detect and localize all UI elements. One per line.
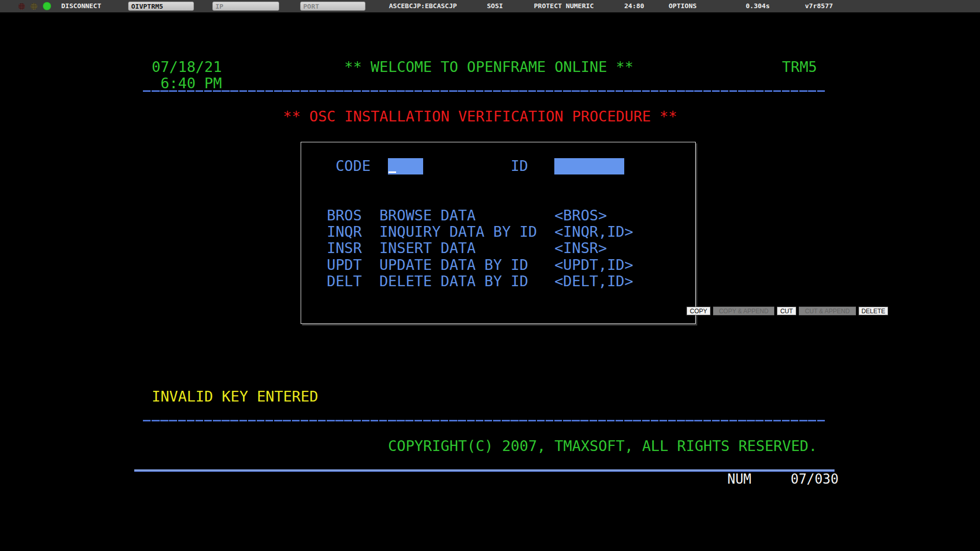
id-field-label: ID [510,158,528,174]
menu-syntax-bros: <BROS> [554,208,607,224]
terminal-name-input[interactable] [128,2,194,11]
menu-syntax-insr: <INSR> [554,240,607,257]
code-field-label: CODE [335,158,371,174]
delete-button[interactable]: DELETE [859,307,888,315]
port-input[interactable] [300,2,365,11]
menu-syntax-updt: <UPDT,ID> [554,257,633,273]
cut-button[interactable]: CUT [777,307,796,315]
options-button[interactable]: OPTIONS [669,2,697,10]
encoding-label: ASCEBCJP:EBCASCJP [389,2,457,10]
menu-code-bros: BROS [327,208,362,224]
menu-desc-updt: UPDATE DATA BY ID [379,257,528,273]
cursor-position-indicator: 07/030 [791,471,839,488]
id-input-field[interactable] [554,158,624,174]
screen-title: ** OSC INSTALLATION VERIFICATION PROCEDU… [283,109,677,125]
text-cursor [388,171,396,173]
sosi-toggle[interactable]: SOSI [487,2,503,10]
emulator-toolbar: DISCONNECT ASCEBCJP:EBCASCJP SOSI PROTEC… [0,0,980,13]
menu-syntax-delt: <DELT,ID> [554,273,633,290]
menu-desc-bros: BROWSE DATA [379,208,476,224]
status-message: INVALID KEY ENTERED [152,389,318,405]
disconnect-button[interactable]: DISCONNECT [61,2,101,10]
menu-syntax-inqr: <INQR,ID> [554,224,633,240]
welcome-banner: ** WELCOME TO OPENFRAME ONLINE ** [345,59,633,76]
menu-desc-delt: DELETE DATA BY ID [379,273,528,290]
green-led-icon [43,2,51,10]
clipboard-context-menu: COPYCOPY & APPENDCUTCUT & APPENDDELETE [687,307,888,315]
version-label: v7r8577 [805,2,833,10]
copy-button[interactable]: COPY [687,307,710,315]
protect-numeric-toggle[interactable]: PROTECT NUMERIC [534,2,594,10]
ip-input[interactable] [212,2,279,11]
cut-append-button: CUT & APPEND [799,307,856,315]
num-lock-indicator: NUM [727,471,751,488]
red-led-icon [18,3,25,10]
copy-append-button: COPY & APPEND [713,307,774,315]
elapsed-time-label: 0.304s [746,2,770,10]
menu-desc-insr: INSERT DATA [379,240,476,257]
menu-desc-inqr: INQUIRY DATA BY ID [379,224,537,240]
terminal-screen[interactable]: 07/18/21** WELCOME TO OPENFRAME ONLINE *… [0,0,980,551]
screen-size-label: 24:80 [624,2,644,10]
menu-code-insr: INSR [327,240,362,257]
menu-code-inqr: INQR [327,224,362,240]
time-text: 6:40 PM [160,76,222,92]
date-text: 07/18/21 [152,59,222,76]
message-separator-line [143,420,826,421]
code-input-field[interactable] [388,158,423,174]
yellow-led-icon [31,3,37,10]
terminal-id: TRM5 [782,59,817,76]
copyright-text: COPYRIGHT(C) 2007, TMAXSOFT, ALL RIGHTS … [388,438,817,455]
menu-code-updt: UPDT [327,257,362,273]
header-separator-line [143,90,826,92]
menu-code-delt: DELT [327,273,362,290]
